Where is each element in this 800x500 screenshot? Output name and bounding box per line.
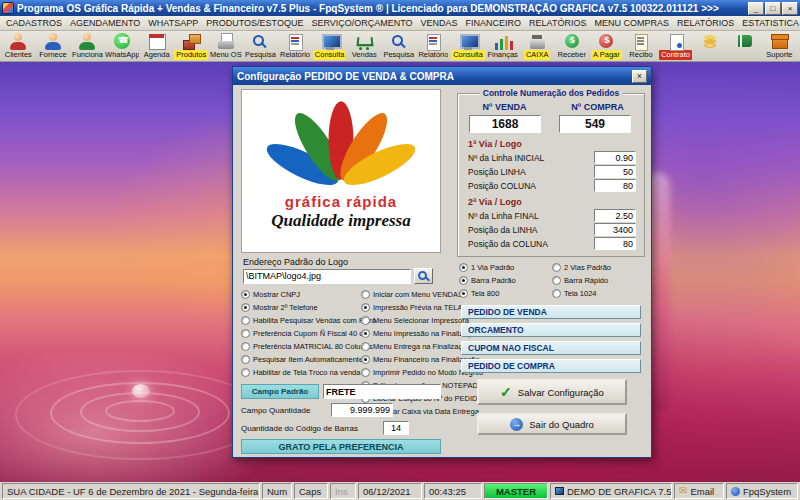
toolbar-button-financas[interactable]: Finanças: [485, 32, 520, 60]
option-impressao-previa[interactable]: Impressão Prévia na TELA: [361, 301, 455, 314]
radio-label: 2 Vias Padrão: [564, 263, 611, 272]
toolbar-button-relatorio-vendas[interactable]: Relatório: [416, 32, 451, 60]
save-config-button[interactable]: ✓ Salvar Configuração: [477, 379, 627, 405]
radio-icon: [241, 303, 250, 312]
toolbar-button-funciona[interactable]: Funciona: [70, 32, 105, 60]
menu-relatorios[interactable]: RELATÓRIOS: [525, 16, 590, 30]
radio-icon: [241, 355, 250, 364]
pedido-de-compra-button[interactable]: PEDIDO DE COMPRA: [461, 359, 641, 373]
exit-dialog-label: Sair do Quadro: [529, 419, 593, 430]
compra-number-field[interactable]: 549: [559, 115, 631, 133]
toolbar-button-receber[interactable]: Receber: [555, 32, 590, 60]
option-tela-troco[interactable]: Habilitar de Tela Troco na venda: [241, 366, 359, 379]
linha-final-input[interactable]: [594, 209, 636, 222]
radio-tela-800[interactable]: Tela 800: [459, 289, 552, 298]
status-email-label: Email: [690, 486, 714, 497]
toolbar-button-consulta-vendas[interactable]: Consulta: [451, 32, 486, 60]
toolbar-button-consulta-os[interactable]: Consulta: [312, 32, 347, 60]
status-email[interactable]: ✉ Email: [674, 483, 724, 499]
menu-cadastros[interactable]: CADASTROS: [2, 16, 66, 30]
radio-2-vias-padrao[interactable]: 2 Vias Padrão: [552, 263, 645, 272]
contract-icon: [666, 33, 686, 50]
option-modo-negrito[interactable]: Imprimir Pedido no Modo Negrito: [361, 366, 455, 379]
menu-servico-orcamento[interactable]: SERVIÇO/ORÇAMENTO: [307, 16, 416, 30]
status-insert: Ins: [330, 483, 356, 499]
toolbar-button-produtos[interactable]: Produtos: [174, 32, 209, 60]
posicao-linha2-input[interactable]: [594, 223, 636, 236]
radio-barra-rapido[interactable]: Barra Rápido: [552, 276, 645, 285]
toolbar-button-whatsapp[interactable]: WhatsApp: [105, 32, 140, 60]
radio-label: Tela 1024: [564, 289, 597, 298]
toolbar-button-suporte[interactable]: Suporte: [762, 32, 797, 60]
browse-logo-button[interactable]: [414, 268, 433, 284]
toolbar-button-pesquisa-vendas[interactable]: Pesquisa: [382, 32, 417, 60]
toolbar-button-livro[interactable]: [727, 32, 762, 60]
radio-1-via-padrao[interactable]: 1 Via Padrão: [459, 263, 552, 272]
orcamento-button[interactable]: ORCAMENTO: [461, 323, 641, 337]
close-button[interactable]: ×: [782, 2, 798, 15]
numeracao-title: Controle Numeração dos Pedidos: [480, 88, 623, 98]
option-label: Iniciar com Menu VENDAS: [373, 290, 463, 299]
menu-compras[interactable]: MENU COMPRAS: [590, 16, 673, 30]
printer-icon: [216, 33, 236, 50]
posicao-coluna2-input[interactable]: [594, 237, 636, 250]
option-selecionar-impressora[interactable]: Menu Selecionar Impressora: [361, 314, 455, 327]
menu-produtos-estoque[interactable]: PRODUTOS/ESTOQUE: [202, 16, 307, 30]
dialog-titlebar[interactable]: Configuração PEDIDO DE VENDA & COMPRA ×: [233, 67, 651, 85]
radio-icon: [459, 263, 468, 272]
support-box-icon: [769, 33, 789, 50]
field-label: Nº da Linha INICIAL: [468, 153, 544, 163]
toolbar-button-agenda[interactable]: Agenda: [139, 32, 174, 60]
pedido-de-venda-button[interactable]: PEDIDO DE VENDA: [461, 305, 641, 319]
venda-header: Nº VENDA: [458, 102, 551, 112]
menu-relatorios-2[interactable]: RELATÓRIOS: [673, 16, 738, 30]
option-matricial-80[interactable]: Preferência MATRICIAL 80 Colunas: [241, 340, 359, 353]
menu-whatsapp[interactable]: WHATSAPP: [144, 16, 202, 30]
menu-financeiro[interactable]: FINANCEIRO: [462, 16, 526, 30]
toolbar-button-pesquisa-os[interactable]: Pesquisa: [243, 32, 278, 60]
toolbar-button-caixa[interactable]: CAIXA: [520, 32, 555, 60]
posicao-linha-input[interactable]: [594, 165, 636, 178]
posicao-coluna-input[interactable]: [594, 179, 636, 192]
toolbar-label: Relatório: [418, 50, 448, 60]
toolbar-button-menu-os[interactable]: Menu OS: [209, 32, 244, 60]
toolbar-button-a-pagar[interactable]: A Pagar: [589, 32, 624, 60]
option-label: Menu Selecionar Impressora: [373, 316, 469, 325]
option-impressao-finalizacao[interactable]: Menu Impressão na Finalização: [361, 327, 455, 340]
exit-dialog-button[interactable]: → Sair do Quadro: [477, 413, 627, 435]
minimize-button[interactable]: _: [748, 2, 764, 15]
campo-quantidade-input[interactable]: [331, 403, 393, 417]
toolbar-button-fornece[interactable]: Fornece: [36, 32, 71, 60]
option-label: Habilitar de Tela Troco na venda: [253, 368, 360, 377]
dialog-close-button[interactable]: ×: [632, 70, 647, 83]
option-pesquisar-filtro[interactable]: Habilita Pesquisar Vendas com Filtro: [241, 314, 359, 327]
menu-estatistica[interactable]: ESTATISTICA: [738, 16, 800, 30]
cupom-nao-fiscal-button[interactable]: CUPOM NAO FISCAL: [461, 341, 641, 355]
option-financeiro-finalizacao[interactable]: Menu Financeiro na Finalização: [361, 353, 455, 366]
toolbar-button-clientes[interactable]: Clientes: [1, 32, 36, 60]
toolbar-button-relatorio-os[interactable]: Relatório: [278, 32, 313, 60]
option-iniciar-vendas[interactable]: Iniciar com Menu VENDAS: [361, 288, 455, 301]
option-mostrar-telefone[interactable]: Mostrar 2º Telefone: [241, 301, 359, 314]
toolbar-button-recibo[interactable]: Recibo: [624, 32, 659, 60]
option-mostrar-cnpj[interactable]: Mostrar CNPJ: [241, 288, 359, 301]
toolbar-button-vendas[interactable]: Vendas: [347, 32, 382, 60]
menu-agendamento[interactable]: AGENDAMENTO: [66, 16, 144, 30]
option-cupom-40col[interactable]: Preferência Cupom Ñ Fiscal 40 col: [241, 327, 359, 340]
radio-tela-1024[interactable]: Tela 1024: [552, 289, 645, 298]
linha-inicial-input[interactable]: [594, 151, 636, 164]
envelope-icon: ✉: [679, 486, 687, 496]
toolbar-button-contrato[interactable]: Contrato: [658, 32, 693, 60]
option-label: Mostrar CNPJ: [253, 290, 300, 299]
codigo-barras-input[interactable]: [383, 421, 409, 435]
radio-barra-padrao[interactable]: Barra Padrão: [459, 276, 552, 285]
campo-padrao-input[interactable]: [323, 384, 441, 399]
logo-path-input[interactable]: [243, 269, 411, 284]
option-pesquisar-item[interactable]: Pesquisar Item Automaticamente: [241, 353, 359, 366]
toolbar-label: Consulta: [313, 50, 347, 60]
maximize-button[interactable]: □: [765, 2, 781, 15]
option-entrega-finalizacao[interactable]: Menu Entrega na Finalização: [361, 340, 455, 353]
venda-number-field[interactable]: 1688: [469, 115, 541, 133]
menu-vendas[interactable]: VENDAS: [417, 16, 462, 30]
toolbar-button-moedas[interactable]: [693, 32, 728, 60]
